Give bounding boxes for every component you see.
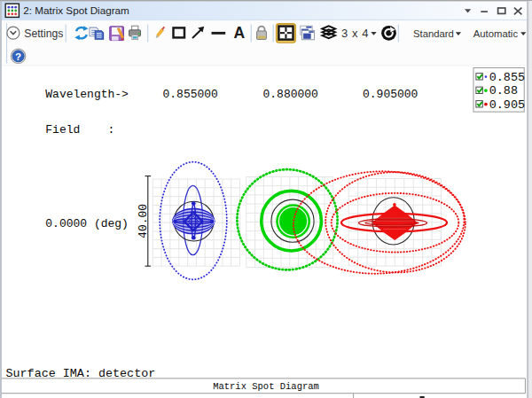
svg-text:Matrix Spot Diagram: Matrix Spot Diagram	[213, 381, 319, 392]
svg-text:0.880000: 0.880000	[263, 88, 318, 101]
svg-text:2: Matrix Spot Diagram: 2: Matrix Spot Diagram	[23, 4, 129, 16]
svg-text:0.0000 (deg): 0.0000 (deg)	[45, 217, 129, 230]
svg-text:0.905: 0.905	[489, 98, 525, 112]
svg-text:0.88: 0.88	[489, 84, 518, 98]
svg-text:40.00: 40.00	[137, 204, 150, 238]
svg-text:Standard: Standard	[413, 28, 454, 39]
svg-text:A: A	[233, 24, 245, 42]
svg-text:0.855000: 0.855000	[163, 88, 218, 101]
svg-text:Automatic: Automatic	[473, 28, 519, 39]
svg-text:Settings: Settings	[24, 27, 63, 40]
svg-text:Surface IMA: detector: Surface IMA: detector	[6, 367, 156, 380]
svg-text:?: ?	[15, 51, 21, 62]
svg-text:Field :: Field :	[45, 123, 114, 137]
svg-text:Wavelength->: Wavelength->	[45, 88, 129, 101]
svg-text:3 x 4: 3 x 4	[341, 27, 369, 40]
svg-text:0.905000: 0.905000	[363, 88, 418, 101]
svg-text:0.855: 0.855	[489, 71, 525, 84]
